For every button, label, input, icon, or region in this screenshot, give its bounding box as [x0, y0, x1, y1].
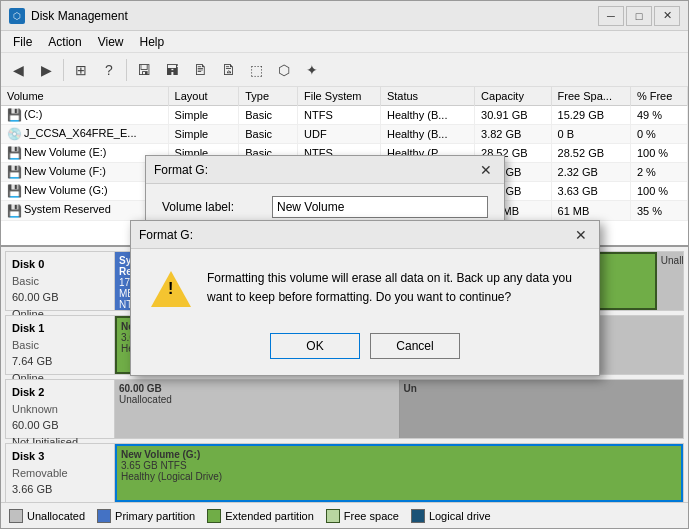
- warn-exclaim: !: [168, 281, 173, 297]
- legend-label-unallocated: Unallocated: [27, 510, 85, 522]
- toolbar-btn-6[interactable]: ⬡: [271, 57, 297, 83]
- legend-label-primary: Primary partition: [115, 510, 195, 522]
- confirm-dialog-title: Format G:: [139, 228, 193, 242]
- toolbar-btn-2[interactable]: 🖬: [159, 57, 185, 83]
- disk-size: 3.66 GB: [12, 481, 108, 498]
- format-dialog-bg-close[interactable]: ✕: [476, 161, 496, 179]
- legend-color-extended: [207, 509, 221, 523]
- confirm-dialog-close[interactable]: ✕: [571, 226, 591, 244]
- partition[interactable]: Un: [400, 380, 684, 438]
- disk-type: Basic: [12, 273, 108, 290]
- back-button[interactable]: ◀: [5, 57, 31, 83]
- cell-free: 2.32 GB: [551, 163, 630, 182]
- volume-icon: 💾: [7, 184, 21, 198]
- minimize-button[interactable]: ─: [598, 6, 624, 26]
- format-dialog-bg-titlebar: Format G: ✕: [146, 156, 504, 184]
- col-pct: % Free: [630, 87, 687, 106]
- toolbar-btn-1[interactable]: 🖫: [131, 57, 157, 83]
- legend-color-primary: [97, 509, 111, 523]
- ok-button[interactable]: OK: [270, 333, 360, 359]
- warning-icon: !: [151, 269, 191, 309]
- partition-name: 60.00 GB: [119, 383, 395, 394]
- partition-status: Unallocated: [119, 394, 395, 405]
- confirm-dialog-body: ! Formatting this volume will erase all …: [131, 249, 599, 325]
- format-dialog-bg-title: Format G:: [154, 163, 208, 177]
- disk-label: Disk 2 Unknown 60.00 GB Not Initialised: [5, 379, 115, 439]
- toolbar: ◀ ▶ ⊞ ? 🖫 🖬 🖹 🖺 ⬚ ⬡ ✦: [1, 53, 688, 87]
- close-button[interactable]: ✕: [654, 6, 680, 26]
- menu-bar: File Action View Help: [1, 31, 688, 53]
- disk-row: Disk 2 Unknown 60.00 GB Not Initialised …: [5, 379, 684, 439]
- toolbar-btn-5[interactable]: ⬚: [243, 57, 269, 83]
- cell-capacity: 30.91 GB: [475, 106, 551, 125]
- menu-action[interactable]: Action: [40, 33, 89, 51]
- toolbar-btn-grid[interactable]: ⊞: [68, 57, 94, 83]
- disk-type: Basic: [12, 337, 108, 354]
- toolbar-btn-help[interactable]: ?: [96, 57, 122, 83]
- disk-name: Disk 2: [12, 384, 108, 401]
- vol-label-input[interactable]: [272, 196, 488, 218]
- cancel-button[interactable]: Cancel: [370, 333, 460, 359]
- col-fs: File System: [298, 87, 381, 106]
- cell-layout: Simple: [168, 106, 239, 125]
- disk-size: 60.00 GB: [12, 417, 108, 434]
- disk-row: Disk 3 Removable 3.66 GB Online New Volu…: [5, 443, 684, 502]
- legend-color-free: [326, 509, 340, 523]
- disk-label: Disk 1 Basic 7.64 GB Online: [5, 315, 115, 375]
- maximize-button[interactable]: □: [626, 6, 652, 26]
- cell-pct: 100 %: [630, 182, 687, 201]
- table-row[interactable]: 💾(C:) Simple Basic NTFS Healthy (B... 30…: [1, 106, 688, 125]
- cell-pct: 2 %: [630, 163, 687, 182]
- legend: Unallocated Primary partition Extended p…: [1, 502, 688, 528]
- disk-name: Disk 1: [12, 320, 108, 337]
- partition[interactable]: Unallocated: [657, 252, 683, 310]
- col-free: Free Spa...: [551, 87, 630, 106]
- volume-icon: 💿: [7, 127, 21, 141]
- disk-type: Removable: [12, 465, 108, 482]
- confirm-dialog: Format G: ✕ ! Formatting this volume wil…: [130, 220, 600, 376]
- cell-volume: 💾System Reserved: [1, 201, 168, 220]
- app-icon: ⬡: [9, 8, 25, 24]
- cell-free: 3.63 GB: [551, 182, 630, 201]
- cell-type: Basic: [239, 106, 298, 125]
- window-title: Disk Management: [31, 9, 598, 23]
- cell-volume: 💾(C:): [1, 106, 168, 125]
- forward-button[interactable]: ▶: [33, 57, 59, 83]
- col-layout: Layout: [168, 87, 239, 106]
- menu-help[interactable]: Help: [132, 33, 173, 51]
- confirm-message: Formatting this volume will erase all da…: [207, 269, 579, 307]
- toolbar-btn-4[interactable]: 🖺: [215, 57, 241, 83]
- volume-icon: 💾: [7, 204, 21, 218]
- table-header: Volume Layout Type File System Status Ca…: [1, 87, 688, 106]
- legend-color-logical: [411, 509, 425, 523]
- col-status: Status: [380, 87, 474, 106]
- volume-icon: 💾: [7, 165, 21, 179]
- title-bar-buttons: ─ □ ✕: [598, 6, 680, 26]
- legend-extended: Extended partition: [207, 509, 314, 523]
- title-bar: ⬡ Disk Management ─ □ ✕: [1, 1, 688, 31]
- partition[interactable]: New Volume (G:) 3.65 GB NTFS Healthy (Lo…: [115, 444, 683, 502]
- toolbar-btn-7[interactable]: ✦: [299, 57, 325, 83]
- col-volume: Volume: [1, 87, 168, 106]
- menu-view[interactable]: View: [90, 33, 132, 51]
- partition[interactable]: 60.00 GB Unallocated: [115, 380, 400, 438]
- disk-size: 60.00 GB: [12, 289, 108, 306]
- toolbar-sep-1: [63, 59, 64, 81]
- legend-free: Free space: [326, 509, 399, 523]
- partition-name: Un: [404, 383, 680, 394]
- toolbar-btn-3[interactable]: 🖹: [187, 57, 213, 83]
- cell-free: 61 MB: [551, 201, 630, 220]
- toolbar-sep-2: [126, 59, 127, 81]
- cell-type: Basic: [239, 125, 298, 144]
- cell-volume: 💾New Volume (E:): [1, 144, 168, 163]
- confirm-dialog-titlebar: Format G: ✕: [131, 221, 599, 249]
- partition-name: New Volume (G:): [121, 449, 677, 460]
- volume-icon: 💾: [7, 146, 21, 160]
- disk-partitions: 60.00 GB Unallocated Un: [115, 379, 684, 439]
- legend-label-free: Free space: [344, 510, 399, 522]
- table-row[interactable]: 💿J_CCSA_X64FRE_E... Simple Basic UDF Hea…: [1, 125, 688, 144]
- cell-layout: Simple: [168, 125, 239, 144]
- menu-file[interactable]: File: [5, 33, 40, 51]
- disk-label: Disk 0 Basic 60.00 GB Online: [5, 251, 115, 311]
- cell-pct: 35 %: [630, 201, 687, 220]
